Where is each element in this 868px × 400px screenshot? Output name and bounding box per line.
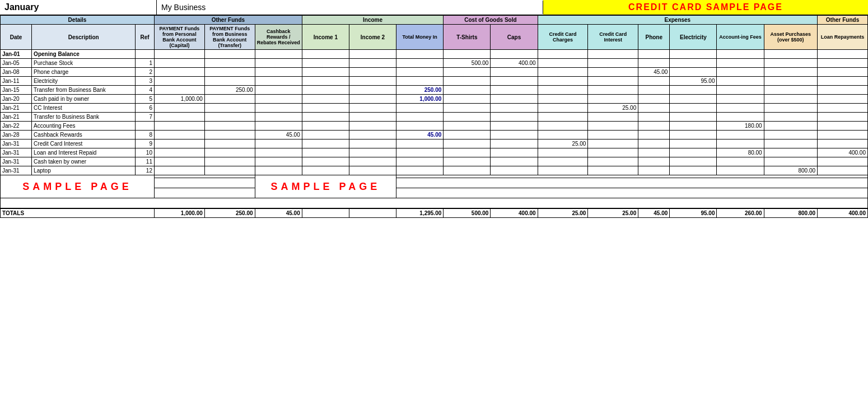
cell-accounting — [717, 139, 764, 148]
sample-watermark-left: SAMPLE PAGE — [1, 175, 155, 198]
table-row: Jan-20 Cash paid in by owner 5 1,000.00 … — [1, 95, 868, 104]
cell-cc-interest — [588, 131, 638, 139]
cell-total — [396, 139, 444, 148]
cell-phone — [638, 104, 670, 113]
cell-phone — [638, 95, 670, 104]
totals-cc-interest: 25.00 — [588, 208, 638, 218]
cell-inc1 — [302, 59, 349, 68]
cell-ref: 8 — [136, 131, 155, 139]
cell-pay-business — [204, 104, 255, 113]
cell-loan — [818, 104, 868, 113]
col-header-date: Date — [1, 25, 32, 50]
cell-inc2 — [349, 59, 396, 68]
totals-caps: 400.00 — [491, 208, 538, 218]
cell-tshirts — [444, 95, 491, 104]
cell-desc: Transfer from Business Bank — [32, 86, 136, 95]
cell-inc2 — [349, 50, 396, 59]
totals-cc-charges: 25.00 — [538, 208, 588, 218]
cell-loan — [818, 86, 868, 95]
cell-inc1 — [302, 139, 349, 148]
section-header-row: Details Other Funds Income Cost of Goods… — [1, 16, 868, 25]
cell-date: Jan-11 — [1, 77, 32, 86]
col-header-ref: Ref — [136, 25, 155, 50]
cell-loan — [818, 77, 868, 86]
cell-electricity — [670, 68, 717, 77]
cell-total: 1,000.00 — [396, 95, 444, 104]
cell-inc1 — [302, 157, 349, 166]
table-row: Jan-31 Cash taken by owner 11 — [1, 157, 868, 166]
cell-electricity — [670, 59, 717, 68]
cell-cc-interest — [588, 77, 638, 86]
table-row: Jan-05 Purchase Stock 1 500.00 400.00 — [1, 59, 868, 68]
cell-caps — [491, 77, 538, 86]
cell-pay-personal — [154, 122, 204, 131]
cell-electricity: 95.00 — [670, 77, 717, 86]
cell-desc: Transfer to Business Bank — [32, 113, 136, 122]
col-header-income1: Income 1 — [302, 25, 349, 50]
cell-pay-business: 250.00 — [204, 86, 255, 95]
totals-loan: 400.00 — [818, 208, 868, 218]
cell-accounting — [717, 95, 764, 104]
cell-cc-charges — [538, 131, 588, 139]
cell-cc-interest — [588, 122, 638, 131]
cell-date: Jan-21 — [1, 113, 32, 122]
col-header-tshirts: T-Shirts — [444, 25, 491, 50]
cell-desc: Loan and Interest Repaid — [32, 148, 136, 157]
cell-cc-charges — [538, 148, 588, 157]
totals-inc2 — [349, 208, 396, 218]
cell-cashback — [255, 95, 302, 104]
cell-asset — [764, 131, 817, 139]
cell-ref: 6 — [136, 104, 155, 113]
cell-cc-interest — [588, 166, 638, 175]
cell-inc1 — [302, 113, 349, 122]
cell-phone — [638, 113, 670, 122]
cell-inc2 — [349, 131, 396, 139]
totals-total: 1,295.00 — [396, 208, 444, 218]
cell-caps — [491, 50, 538, 59]
cell-desc: Cashback Rewards — [32, 131, 136, 139]
totals-inc1 — [302, 208, 349, 218]
column-header-row: Date Description Ref PAYMENT Funds from … — [1, 25, 868, 50]
totals-phone: 45.00 — [638, 208, 670, 218]
cell-electricity — [670, 166, 717, 175]
cell-cc-charges — [538, 122, 588, 131]
cell-cashback — [255, 122, 302, 131]
business-label: My Business — [157, 1, 543, 14]
cell-inc1 — [302, 131, 349, 139]
cell-cc-interest — [588, 68, 638, 77]
cell-electricity — [670, 95, 717, 104]
cell-tshirts — [444, 131, 491, 139]
cell-pay-personal — [154, 59, 204, 68]
cell-ref: 7 — [136, 113, 155, 122]
cell-ref: 11 — [136, 157, 155, 166]
cell-inc1 — [302, 50, 349, 59]
blank-separator-row — [1, 198, 868, 208]
cell-desc: Credit Card Interest — [32, 139, 136, 148]
cell-loan — [818, 157, 868, 166]
cell-desc: Phone charge — [32, 68, 136, 77]
table-row: Jan-01 Opening Balance — [1, 50, 868, 59]
cell-cashback — [255, 113, 302, 122]
cell-tshirts — [444, 148, 491, 157]
cell-tshirts — [444, 77, 491, 86]
cell-accounting: 80.00 — [717, 148, 764, 157]
cell-pay-business — [204, 68, 255, 77]
cell-cc-charges — [538, 50, 588, 59]
cell-inc2 — [349, 86, 396, 95]
cell-pay-personal — [154, 157, 204, 166]
table-row: Jan-21 Transfer to Business Bank 7 — [1, 113, 868, 122]
cell-inc2 — [349, 95, 396, 104]
cell-electricity — [670, 157, 717, 166]
cell-total — [396, 50, 444, 59]
cell-loan — [818, 122, 868, 131]
cell-tshirts: 500.00 — [444, 59, 491, 68]
totals-cashback: 45.00 — [255, 208, 302, 218]
cell-pay-business — [204, 166, 255, 175]
cell-ref: 12 — [136, 166, 155, 175]
cell-inc2 — [349, 68, 396, 77]
cell-cc-interest — [588, 157, 638, 166]
cell-cc-interest — [588, 59, 638, 68]
cell-cashback: 45.00 — [255, 131, 302, 139]
cell-date: Jan-01 — [1, 50, 32, 59]
cell-accounting: 180.00 — [717, 122, 764, 131]
